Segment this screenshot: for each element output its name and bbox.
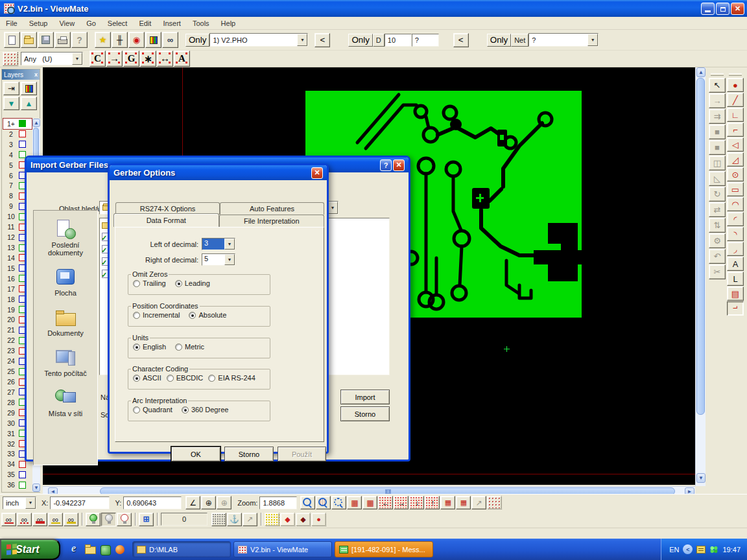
radio-option[interactable]: Trailing: [133, 279, 166, 287]
line-tool-icon[interactable]: ╱: [727, 93, 744, 107]
cancel-button[interactable]: Storno: [340, 406, 390, 421]
save-file-icon[interactable]: [38, 32, 54, 48]
aperture-select[interactable]: Any (U) ▼: [21, 52, 83, 65]
tab-file-interpretation[interactable]: File Interpretation: [219, 215, 325, 227]
dock-panel-icon[interactable]: ⇥: [3, 82, 19, 95]
clock[interactable]: 19:47: [722, 546, 741, 554]
place-documents[interactable]: Dokumenty: [34, 308, 97, 337]
layer-table-icon[interactable]: [21, 82, 37, 95]
arc-line-tool-icon[interactable]: ◠: [727, 197, 744, 211]
zoom-value[interactable]: 1.8868: [259, 496, 297, 509]
only-layer-button[interactable]: Only: [185, 34, 209, 47]
grid-dots-icon[interactable]: [211, 513, 226, 526]
import-button[interactable]: Import: [340, 390, 390, 404]
layers-panel-titlebar[interactable]: Layers x: [2, 69, 40, 80]
arc-tool-icon[interactable]: ◜: [727, 212, 744, 226]
move-to-layer-icon[interactable]: ⇉: [709, 109, 726, 124]
triangle-tool-icon[interactable]: ◿: [727, 152, 744, 167]
grid-toggle-icon[interactable]: ▦: [362, 496, 377, 509]
pad-tool-icon[interactable]: ●: [727, 78, 744, 92]
menu-item[interactable]: Select: [102, 18, 134, 29]
scroll-down-icon[interactable]: ▼: [32, 484, 40, 492]
arc-point-tool-icon[interactable]: ◝: [727, 227, 744, 241]
radio-icon[interactable]: [133, 375, 140, 382]
menu-item[interactable]: Tools: [187, 18, 215, 29]
close-button[interactable]: ✕: [393, 159, 405, 171]
start-button[interactable]: Start: [0, 539, 60, 560]
dcode-input[interactable]: 10: [385, 34, 412, 47]
view-draws-icon[interactable]: ∞: [48, 513, 63, 526]
menu-item[interactable]: Edit: [133, 18, 157, 29]
g-code-icon[interactable]: G: [123, 51, 139, 67]
help-app-icon[interactable]: [99, 544, 111, 555]
layer-row[interactable]: 35: [3, 469, 32, 480]
menu-item[interactable]: Go: [80, 18, 102, 29]
ok-button[interactable]: OK: [171, 447, 220, 461]
prev-layer-button[interactable]: <: [314, 33, 330, 47]
fill-polygon-icon[interactable]: ■: [709, 124, 726, 139]
ie-icon[interactable]: [69, 544, 81, 555]
net-select[interactable]: ? ▼: [528, 33, 599, 47]
scroll-up-icon[interactable]: ▲: [696, 67, 706, 77]
layer-row[interactable]: 1+: [3, 119, 32, 129]
pan-down-icon[interactable]: ↓: [409, 496, 424, 509]
radio-icon[interactable]: [175, 344, 182, 351]
palette-drag-handle[interactable]: [729, 73, 742, 76]
menu-item[interactable]: File: [0, 18, 23, 29]
tab-data-format[interactable]: Data Format: [113, 213, 219, 227]
layer-color-swatch[interactable]: [19, 461, 26, 468]
text-tool-icon[interactable]: A: [727, 257, 744, 271]
radio-icon[interactable]: [208, 375, 215, 382]
vertical-scrollbar[interactable]: ▲ ▼: [695, 67, 706, 486]
radio-option[interactable]: Quadrant: [133, 406, 172, 414]
anchor-icon[interactable]: ⚓: [227, 513, 242, 526]
swap-tool-icon[interactable]: ⇄: [709, 202, 726, 217]
dialog-titlebar[interactable]: Gerber Options ✕: [110, 165, 327, 180]
step-move-icon[interactable]: ↗: [243, 513, 257, 526]
layer-row[interactable]: 3: [3, 139, 32, 150]
distribute-tool-icon[interactable]: ⇅: [709, 218, 726, 233]
glasses-view-icon[interactable]: ∞: [162, 32, 178, 48]
polyline-tool-icon[interactable]: ∟: [727, 108, 744, 122]
task-mlab[interactable]: D:\MLAB: [132, 541, 231, 557]
close-button[interactable]: ✕: [731, 3, 744, 15]
radio-option[interactable]: Metric: [175, 343, 204, 351]
view-traces-icon[interactable]: ∞: [17, 513, 32, 526]
place-recent[interactable]: Poslední dokumenty: [34, 220, 97, 257]
chevron-down-icon[interactable]: ▼: [327, 202, 338, 214]
radio-option[interactable]: Incremental: [133, 311, 180, 319]
chevron-down-icon[interactable]: ▼: [25, 497, 36, 509]
scrollbar-thumb[interactable]: [696, 78, 705, 415]
unit-select[interactable]: inch ▼: [3, 496, 36, 509]
swap-ends-icon[interactable]: ↔: [157, 51, 173, 67]
palette-drag-handle[interactable]: [711, 73, 724, 76]
radio-icon[interactable]: [133, 312, 140, 319]
settings-gear-icon[interactable]: ⚙: [709, 233, 726, 248]
cancel-button[interactable]: Storno: [224, 447, 274, 461]
layer-down-icon[interactable]: ▼: [3, 97, 19, 110]
measure-diag-icon[interactable]: ↗: [471, 496, 486, 509]
pan-right-icon[interactable]: →: [394, 496, 409, 509]
right-decimal-select[interactable]: 5 ▼: [202, 253, 235, 266]
text-a-icon[interactable]: A: [174, 51, 190, 67]
task-message[interactable]: [191-482-091] - Mess...: [335, 541, 433, 557]
radio-option[interactable]: ASCII: [133, 374, 161, 382]
scroll-up-icon[interactable]: ▲: [32, 119, 40, 127]
open-file-icon[interactable]: [21, 32, 37, 48]
tab-auto-features[interactable]: Auto Features: [220, 202, 324, 215]
radio-option[interactable]: 360 Degree: [182, 406, 229, 414]
rectangle-tool-icon[interactable]: ▭: [727, 182, 744, 196]
radio-option[interactable]: Absolute: [189, 311, 226, 319]
task-viewmate[interactable]: V2.bin - ViewMate: [233, 541, 332, 557]
print-icon[interactable]: [54, 32, 71, 48]
layer-color-swatch[interactable]: [19, 130, 26, 137]
layer-select[interactable]: 1) V2.PHO ▼: [209, 33, 308, 47]
star-flash-icon[interactable]: ∗: [140, 51, 156, 67]
highlight-off-icon[interactable]: [101, 513, 116, 526]
minimize-button[interactable]: [701, 3, 715, 15]
angle-icon[interactable]: ∠: [185, 496, 200, 509]
grid-add-icon[interactable]: ▦: [440, 496, 455, 509]
only-dcode-button[interactable]: Only: [348, 34, 372, 47]
fill-area-icon[interactable]: ■: [709, 140, 726, 155]
layer-color-swatch[interactable]: [19, 141, 26, 148]
